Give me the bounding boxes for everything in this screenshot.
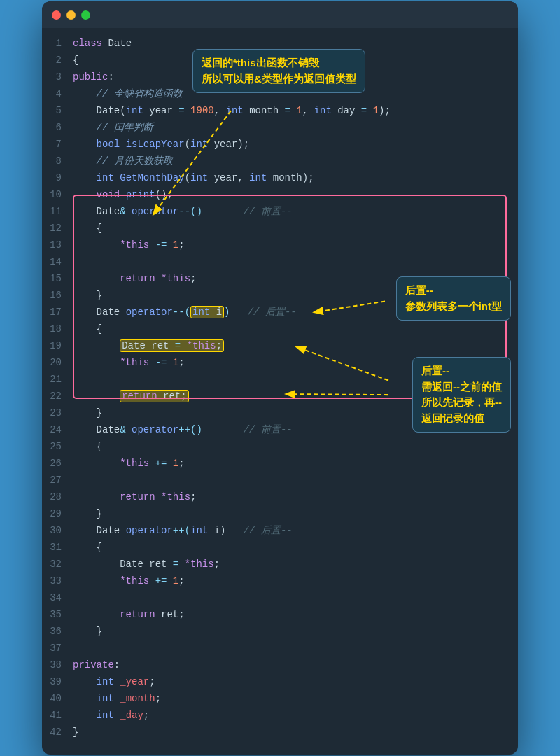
code-line: 33 *this += 1; [42, 573, 518, 589]
code-line: 21 [42, 371, 518, 388]
code-line: 10 void print(); [42, 186, 518, 203]
close-button[interactable] [52, 10, 61, 20]
code-line: 11 Date& operator--() // 前置-- [42, 203, 518, 220]
code-line: 1 class Date [42, 35, 518, 52]
code-line: 36 } [42, 623, 518, 640]
code-line: 4 // 全缺省构造函数 [42, 85, 518, 102]
code-line: 22 return ret; [42, 388, 518, 405]
code-window: 返回的*this出函数不销毁 所以可以用&类型作为返回值类型 后置-- 参数列表… [42, 1, 518, 755]
code-lines: 1 class Date 2 { 3 public: 4 // 全缺省构造函数 … [42, 28, 518, 755]
code-line: 35 return ret; [42, 606, 518, 623]
maximize-button[interactable] [81, 10, 90, 20]
code-line: 28 return *this; [42, 489, 518, 505]
titlebar [42, 1, 518, 28]
code-line: 25 { [42, 438, 518, 455]
code-line: 32 Date ret = *this; [42, 556, 518, 573]
code-line: 18 { [42, 321, 518, 337]
code-line: 9 int GetMonthDay(int year, int month); [42, 169, 518, 186]
code-line: 37 [42, 640, 518, 657]
code-line: 7 bool isLeapYear(int year); [42, 136, 518, 153]
code-line: 16 } [42, 287, 518, 304]
code-line: 42 } [42, 724, 518, 741]
code-line: 15 return *this; [42, 270, 518, 287]
code-line: 2 { [42, 52, 518, 69]
code-line: 29 } [42, 505, 518, 522]
minimize-button[interactable] [66, 10, 76, 20]
code-line: 26 *this += 1; [42, 455, 518, 472]
code-line: 34 [42, 589, 518, 606]
code-container: 返回的*this出函数不销毁 所以可以用&类型作为返回值类型 后置-- 参数列表… [42, 28, 518, 755]
code-line: 20 *this -= 1; [42, 354, 518, 371]
code-line: 39 int _year; [42, 673, 518, 690]
code-line: 5 Date(int year = 1900, int month = 1, i… [42, 102, 518, 119]
code-line: 12 { [42, 220, 518, 237]
code-line: 27 [42, 472, 518, 489]
code-line: 13 *this -= 1; [42, 237, 518, 253]
code-line: 19 Date ret = *this; [42, 337, 518, 354]
code-line: 8 // 月份天数获取 [42, 153, 518, 169]
code-line: 30 Date operator++(int i) // 后置-- [42, 522, 518, 539]
code-line: 23 } [42, 405, 518, 421]
code-line: 3 public: [42, 69, 518, 85]
code-line: 6 // 闰年判断 [42, 119, 518, 136]
code-line: 24 Date& operator++() // 前置-- [42, 421, 518, 438]
code-line: 40 int _month; [42, 690, 518, 707]
code-line: 17 Date operator--(int i) // 后置-- [42, 304, 518, 321]
code-line: 31 { [42, 539, 518, 556]
code-line: 41 int _day; [42, 707, 518, 724]
code-line: 38 private: [42, 657, 518, 673]
code-line: 14 [42, 253, 518, 270]
